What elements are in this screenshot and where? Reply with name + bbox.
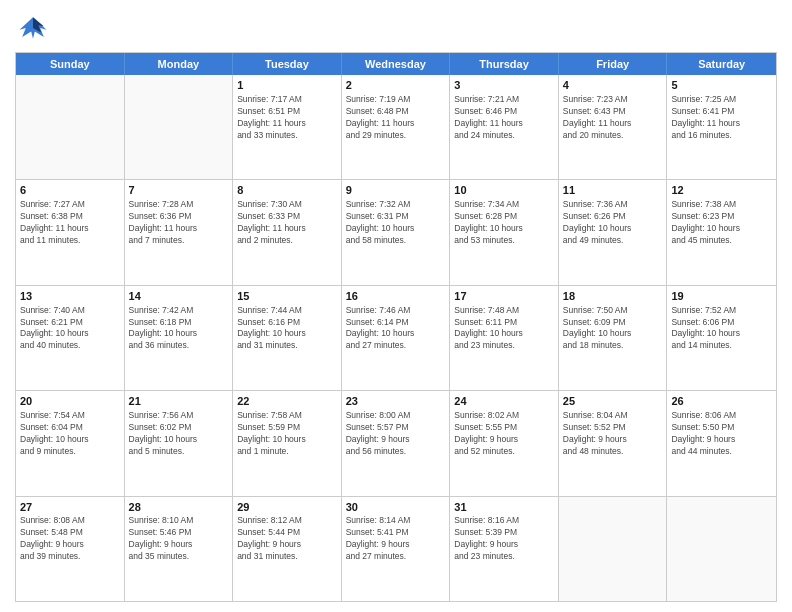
weekday-header-thursday: Thursday xyxy=(450,53,559,75)
day-info: Sunrise: 8:16 AM Sunset: 5:39 PM Dayligh… xyxy=(454,515,554,563)
day-cell-7: 7Sunrise: 7:28 AM Sunset: 6:36 PM Daylig… xyxy=(125,180,234,284)
day-cell-21: 21Sunrise: 7:56 AM Sunset: 6:02 PM Dayli… xyxy=(125,391,234,495)
day-info: Sunrise: 8:02 AM Sunset: 5:55 PM Dayligh… xyxy=(454,410,554,458)
logo-icon xyxy=(15,10,51,46)
day-cell-8: 8Sunrise: 7:30 AM Sunset: 6:33 PM Daylig… xyxy=(233,180,342,284)
day-info: Sunrise: 7:25 AM Sunset: 6:41 PM Dayligh… xyxy=(671,94,772,142)
day-number: 9 xyxy=(346,183,446,198)
day-cell-17: 17Sunrise: 7:48 AM Sunset: 6:11 PM Dayli… xyxy=(450,286,559,390)
day-cell-16: 16Sunrise: 7:46 AM Sunset: 6:14 PM Dayli… xyxy=(342,286,451,390)
day-cell-5: 5Sunrise: 7:25 AM Sunset: 6:41 PM Daylig… xyxy=(667,75,776,179)
day-cell-29: 29Sunrise: 8:12 AM Sunset: 5:44 PM Dayli… xyxy=(233,497,342,601)
day-info: Sunrise: 7:48 AM Sunset: 6:11 PM Dayligh… xyxy=(454,305,554,353)
logo xyxy=(15,10,55,46)
day-number: 4 xyxy=(563,78,663,93)
weekday-header-friday: Friday xyxy=(559,53,668,75)
calendar-header: SundayMondayTuesdayWednesdayThursdayFrid… xyxy=(16,53,776,75)
day-number: 7 xyxy=(129,183,229,198)
day-info: Sunrise: 7:36 AM Sunset: 6:26 PM Dayligh… xyxy=(563,199,663,247)
day-cell-1: 1Sunrise: 7:17 AM Sunset: 6:51 PM Daylig… xyxy=(233,75,342,179)
day-number: 10 xyxy=(454,183,554,198)
day-info: Sunrise: 7:40 AM Sunset: 6:21 PM Dayligh… xyxy=(20,305,120,353)
calendar-body: 1Sunrise: 7:17 AM Sunset: 6:51 PM Daylig… xyxy=(16,75,776,601)
day-info: Sunrise: 7:46 AM Sunset: 6:14 PM Dayligh… xyxy=(346,305,446,353)
day-cell-4: 4Sunrise: 7:23 AM Sunset: 6:43 PM Daylig… xyxy=(559,75,668,179)
empty-cell-0-1 xyxy=(125,75,234,179)
page: SundayMondayTuesdayWednesdayThursdayFrid… xyxy=(0,0,792,612)
day-number: 25 xyxy=(563,394,663,409)
day-number: 2 xyxy=(346,78,446,93)
calendar-row-0: 1Sunrise: 7:17 AM Sunset: 6:51 PM Daylig… xyxy=(16,75,776,180)
day-number: 29 xyxy=(237,500,337,515)
day-number: 26 xyxy=(671,394,772,409)
day-cell-20: 20Sunrise: 7:54 AM Sunset: 6:04 PM Dayli… xyxy=(16,391,125,495)
day-cell-23: 23Sunrise: 8:00 AM Sunset: 5:57 PM Dayli… xyxy=(342,391,451,495)
day-info: Sunrise: 7:19 AM Sunset: 6:48 PM Dayligh… xyxy=(346,94,446,142)
day-info: Sunrise: 7:52 AM Sunset: 6:06 PM Dayligh… xyxy=(671,305,772,353)
day-info: Sunrise: 8:06 AM Sunset: 5:50 PM Dayligh… xyxy=(671,410,772,458)
empty-cell-0-0 xyxy=(16,75,125,179)
day-info: Sunrise: 7:54 AM Sunset: 6:04 PM Dayligh… xyxy=(20,410,120,458)
day-info: Sunrise: 7:32 AM Sunset: 6:31 PM Dayligh… xyxy=(346,199,446,247)
weekday-header-sunday: Sunday xyxy=(16,53,125,75)
day-number: 8 xyxy=(237,183,337,198)
day-info: Sunrise: 8:04 AM Sunset: 5:52 PM Dayligh… xyxy=(563,410,663,458)
day-number: 14 xyxy=(129,289,229,304)
day-info: Sunrise: 8:00 AM Sunset: 5:57 PM Dayligh… xyxy=(346,410,446,458)
day-info: Sunrise: 8:12 AM Sunset: 5:44 PM Dayligh… xyxy=(237,515,337,563)
day-info: Sunrise: 7:44 AM Sunset: 6:16 PM Dayligh… xyxy=(237,305,337,353)
day-number: 21 xyxy=(129,394,229,409)
day-cell-12: 12Sunrise: 7:38 AM Sunset: 6:23 PM Dayli… xyxy=(667,180,776,284)
calendar: SundayMondayTuesdayWednesdayThursdayFrid… xyxy=(15,52,777,602)
day-cell-9: 9Sunrise: 7:32 AM Sunset: 6:31 PM Daylig… xyxy=(342,180,451,284)
day-number: 3 xyxy=(454,78,554,93)
day-number: 6 xyxy=(20,183,120,198)
day-info: Sunrise: 7:21 AM Sunset: 6:46 PM Dayligh… xyxy=(454,94,554,142)
day-info: Sunrise: 7:27 AM Sunset: 6:38 PM Dayligh… xyxy=(20,199,120,247)
day-info: Sunrise: 7:58 AM Sunset: 5:59 PM Dayligh… xyxy=(237,410,337,458)
day-info: Sunrise: 7:42 AM Sunset: 6:18 PM Dayligh… xyxy=(129,305,229,353)
day-number: 28 xyxy=(129,500,229,515)
weekday-header-wednesday: Wednesday xyxy=(342,53,451,75)
day-number: 18 xyxy=(563,289,663,304)
day-info: Sunrise: 7:17 AM Sunset: 6:51 PM Dayligh… xyxy=(237,94,337,142)
day-number: 12 xyxy=(671,183,772,198)
day-cell-13: 13Sunrise: 7:40 AM Sunset: 6:21 PM Dayli… xyxy=(16,286,125,390)
weekday-header-monday: Monday xyxy=(125,53,234,75)
day-number: 16 xyxy=(346,289,446,304)
day-cell-27: 27Sunrise: 8:08 AM Sunset: 5:48 PM Dayli… xyxy=(16,497,125,601)
day-cell-3: 3Sunrise: 7:21 AM Sunset: 6:46 PM Daylig… xyxy=(450,75,559,179)
calendar-row-3: 20Sunrise: 7:54 AM Sunset: 6:04 PM Dayli… xyxy=(16,391,776,496)
day-info: Sunrise: 7:28 AM Sunset: 6:36 PM Dayligh… xyxy=(129,199,229,247)
day-cell-28: 28Sunrise: 8:10 AM Sunset: 5:46 PM Dayli… xyxy=(125,497,234,601)
day-number: 30 xyxy=(346,500,446,515)
day-cell-14: 14Sunrise: 7:42 AM Sunset: 6:18 PM Dayli… xyxy=(125,286,234,390)
day-cell-22: 22Sunrise: 7:58 AM Sunset: 5:59 PM Dayli… xyxy=(233,391,342,495)
calendar-row-1: 6Sunrise: 7:27 AM Sunset: 6:38 PM Daylig… xyxy=(16,180,776,285)
day-cell-18: 18Sunrise: 7:50 AM Sunset: 6:09 PM Dayli… xyxy=(559,286,668,390)
day-info: Sunrise: 7:56 AM Sunset: 6:02 PM Dayligh… xyxy=(129,410,229,458)
day-cell-25: 25Sunrise: 8:04 AM Sunset: 5:52 PM Dayli… xyxy=(559,391,668,495)
day-info: Sunrise: 7:38 AM Sunset: 6:23 PM Dayligh… xyxy=(671,199,772,247)
day-info: Sunrise: 8:08 AM Sunset: 5:48 PM Dayligh… xyxy=(20,515,120,563)
day-number: 5 xyxy=(671,78,772,93)
empty-cell-4-5 xyxy=(559,497,668,601)
day-number: 31 xyxy=(454,500,554,515)
day-cell-31: 31Sunrise: 8:16 AM Sunset: 5:39 PM Dayli… xyxy=(450,497,559,601)
day-cell-10: 10Sunrise: 7:34 AM Sunset: 6:28 PM Dayli… xyxy=(450,180,559,284)
day-number: 17 xyxy=(454,289,554,304)
weekday-header-tuesday: Tuesday xyxy=(233,53,342,75)
day-cell-2: 2Sunrise: 7:19 AM Sunset: 6:48 PM Daylig… xyxy=(342,75,451,179)
day-number: 1 xyxy=(237,78,337,93)
day-info: Sunrise: 8:14 AM Sunset: 5:41 PM Dayligh… xyxy=(346,515,446,563)
day-number: 19 xyxy=(671,289,772,304)
day-info: Sunrise: 7:50 AM Sunset: 6:09 PM Dayligh… xyxy=(563,305,663,353)
day-number: 27 xyxy=(20,500,120,515)
day-number: 13 xyxy=(20,289,120,304)
day-number: 23 xyxy=(346,394,446,409)
day-number: 15 xyxy=(237,289,337,304)
weekday-header-saturday: Saturday xyxy=(667,53,776,75)
day-number: 22 xyxy=(237,394,337,409)
day-cell-24: 24Sunrise: 8:02 AM Sunset: 5:55 PM Dayli… xyxy=(450,391,559,495)
day-cell-6: 6Sunrise: 7:27 AM Sunset: 6:38 PM Daylig… xyxy=(16,180,125,284)
